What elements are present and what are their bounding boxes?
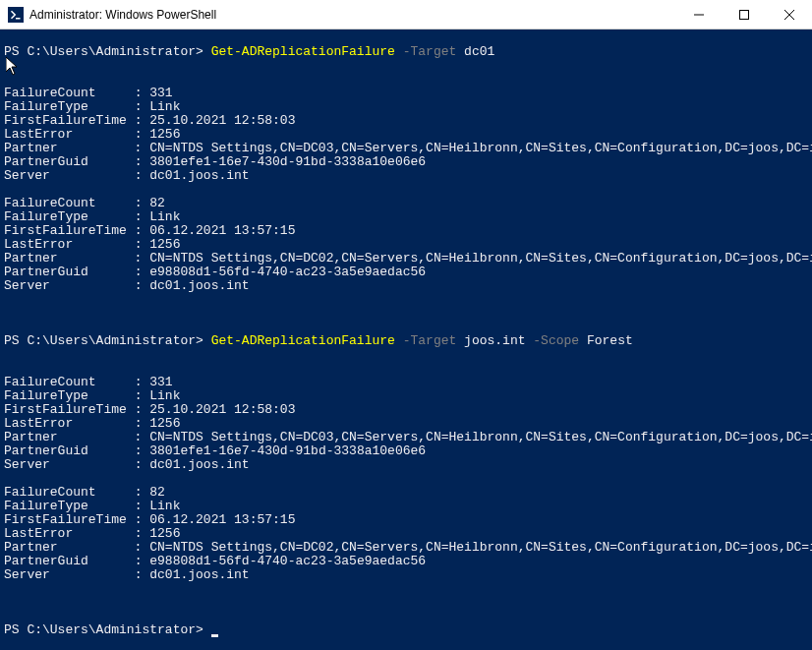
output-label: LastError <box>4 237 73 252</box>
output-value: Link <box>149 99 180 114</box>
output-value: dc01.joos.int <box>149 457 249 472</box>
output-value: e98808d1-56fd-4740-ac23-3a5e9aedac56 <box>149 554 426 568</box>
output-value: CN=NTDS Settings,CN=DC02,CN=Servers,CN=H… <box>149 251 812 266</box>
output-label: Partner <box>4 540 58 555</box>
output-value: 1256 <box>149 416 180 431</box>
output-value: CN=NTDS Settings,CN=DC03,CN=Servers,CN=H… <box>149 430 812 444</box>
text-cursor <box>211 634 218 637</box>
output-label: PartnerGuid <box>4 554 88 568</box>
terminal-area[interactable]: PS C:\Users\Administrator> Get-ADReplica… <box>0 30 812 650</box>
output-label: FailureType <box>4 209 88 224</box>
maximize-button[interactable] <box>722 0 767 30</box>
output-label: FailureType <box>4 499 88 513</box>
output-label: FailureType <box>4 99 88 114</box>
output-label: FailureCount <box>4 196 96 210</box>
window-controls <box>676 0 812 30</box>
output-value: dc01.joos.int <box>149 278 249 293</box>
output-label: FailureCount <box>4 375 96 389</box>
output-value: 331 <box>149 86 172 100</box>
output-label: Server <box>4 168 50 183</box>
param-name: -Scope <box>526 333 587 348</box>
output-value: 82 <box>149 485 165 500</box>
output-label: FirstFailureTime <box>4 113 127 128</box>
output-value: 25.10.2021 12:58:03 <box>149 402 295 417</box>
param-name: -Target <box>395 333 464 348</box>
output-value: 1256 <box>149 526 180 541</box>
output-label: PartnerGuid <box>4 154 88 169</box>
param-value: Forest <box>587 333 633 348</box>
output-value: 3801efe1-16e7-430d-91bd-3338a10e06e6 <box>149 443 426 458</box>
output-label: FirstFailureTime <box>4 223 127 238</box>
param-name: -Target <box>395 44 464 59</box>
output-label: Server <box>4 567 50 582</box>
output-label: FailureCount <box>4 86 96 100</box>
output-value: Link <box>149 499 180 513</box>
output-value: 25.10.2021 12:58:03 <box>149 113 295 128</box>
output-label: FirstFailureTime <box>4 512 127 527</box>
output-label: Partner <box>4 430 58 444</box>
output-label: FailureType <box>4 388 88 403</box>
output-value: Link <box>149 388 180 403</box>
window-titlebar: Administrator: Windows PowerShell <box>0 0 812 30</box>
output-value: e98808d1-56fd-4740-ac23-3a5e9aedac56 <box>149 265 426 279</box>
output-value: CN=NTDS Settings,CN=DC02,CN=Servers,CN=H… <box>149 540 812 555</box>
output-label: Partner <box>4 141 58 155</box>
minimize-button[interactable] <box>676 0 722 30</box>
output-value: 82 <box>149 196 165 210</box>
output-label: PartnerGuid <box>4 443 88 458</box>
output-label: LastError <box>4 127 73 142</box>
close-button[interactable] <box>767 0 812 30</box>
param-value: joos.int <box>464 333 525 348</box>
output-value: dc01.joos.int <box>149 567 249 582</box>
output-label: LastError <box>4 416 73 431</box>
output-value: 3801efe1-16e7-430d-91bd-3338a10e06e6 <box>149 154 426 169</box>
output-value: 1256 <box>149 127 180 142</box>
param-value: dc01 <box>464 44 494 59</box>
output-value: dc01.joos.int <box>149 168 249 183</box>
mouse-cursor-icon <box>6 57 20 77</box>
output-label: PartnerGuid <box>4 265 88 279</box>
output-label: LastError <box>4 526 73 541</box>
prompt: PS C:\Users\Administrator> <box>4 622 211 637</box>
svg-rect-1 <box>740 10 749 19</box>
output-value: 06.12.2021 13:57:15 <box>149 512 295 527</box>
output-value: 06.12.2021 13:57:15 <box>149 223 295 238</box>
output-label: Partner <box>4 251 58 266</box>
output-label: FailureCount <box>4 485 96 500</box>
powershell-icon <box>8 7 24 23</box>
prompt: PS C:\Users\Administrator> <box>4 44 211 59</box>
output-value: Link <box>149 209 180 224</box>
output-label: Server <box>4 457 50 472</box>
output-label: Server <box>4 278 50 293</box>
cmdlet-name: Get-ADReplicationFailure <box>211 333 395 348</box>
output-value: 331 <box>149 375 172 389</box>
prompt: PS C:\Users\Administrator> <box>4 333 211 348</box>
cmdlet-name: Get-ADReplicationFailure <box>211 44 395 59</box>
output-value: 1256 <box>149 237 180 252</box>
window-title: Administrator: Windows PowerShell <box>29 8 676 22</box>
output-value: CN=NTDS Settings,CN=DC03,CN=Servers,CN=H… <box>149 141 812 155</box>
output-label: FirstFailureTime <box>4 402 127 417</box>
